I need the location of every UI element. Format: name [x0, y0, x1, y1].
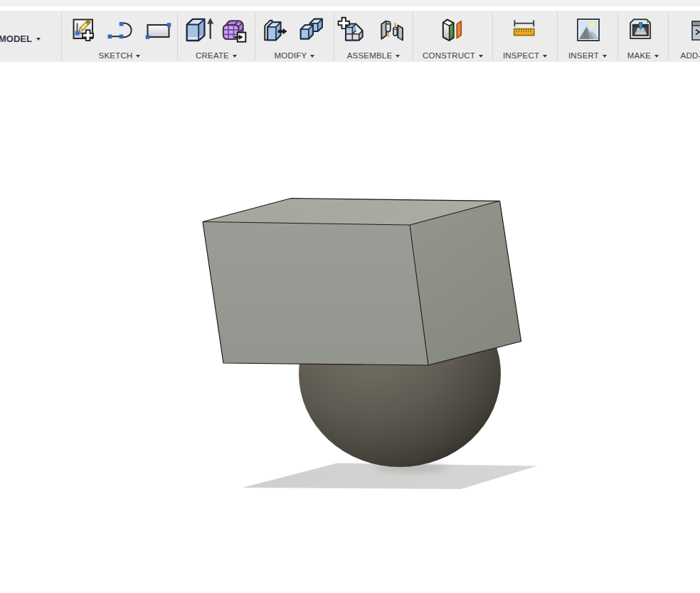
spline-icon: [105, 16, 136, 47]
box-body: [203, 199, 521, 366]
extrude-button[interactable]: [182, 16, 213, 47]
toolbar-group-sketch: SKETCH: [62, 12, 178, 61]
chevron-down-icon: [36, 38, 41, 41]
chevron-down-icon: [543, 55, 547, 58]
group-label-text: INSPECT: [503, 51, 539, 60]
form-icon: [218, 16, 249, 47]
measure-icon: [510, 16, 541, 47]
offset-plane-icon: [438, 16, 469, 47]
extrude-icon: [182, 16, 213, 47]
workspace-label: MODEL: [0, 33, 32, 44]
press-pull-button[interactable]: [261, 16, 292, 47]
insert-image-button[interactable]: [573, 16, 604, 47]
workspace-dropdown[interactable]: MODEL: [0, 33, 41, 44]
print-button[interactable]: [627, 16, 659, 47]
create-sketch-icon: [69, 16, 100, 47]
workspace-switcher-group: MODEL: [0, 12, 62, 61]
toolbar: MODEL: [0, 11, 700, 62]
group-label-construct[interactable]: CONSTRUCT: [413, 51, 492, 61]
image-icon: [573, 16, 604, 47]
viewport-canvas[interactable]: [0, 63, 700, 593]
toolbar-group-modify: MODIFY: [255, 12, 334, 61]
joint-icon: [377, 16, 408, 47]
group-label-text: MAKE: [627, 51, 651, 60]
rectangle-icon: [142, 16, 174, 47]
group-label-make[interactable]: MAKE: [618, 51, 668, 61]
chevron-down-icon: [136, 55, 140, 58]
toolbar-group-create: CREATE: [178, 12, 255, 61]
combine-icon: [297, 16, 329, 47]
group-label-text: ADD-: [681, 51, 700, 60]
scripts-addins-button[interactable]: [691, 16, 700, 47]
measure-button[interactable]: [510, 16, 541, 47]
chevron-down-icon: [603, 55, 607, 58]
group-label-assemble[interactable]: ASSEMBLE: [334, 51, 413, 61]
toolbar-group-assemble: ASSEMBLE: [334, 12, 413, 61]
titlebar-strip: [0, 0, 700, 6]
combine-button[interactable]: [297, 16, 329, 47]
terminal-icon: [691, 16, 700, 47]
chevron-down-icon: [310, 55, 314, 58]
fusion-window: MODEL: [0, 0, 700, 593]
group-label-text: CREATE: [196, 51, 229, 60]
group-label-text: INSERT: [568, 51, 599, 60]
chevron-down-icon: [233, 55, 237, 58]
printer-icon: [627, 16, 659, 47]
toolbar-group-inspect: INSPECT: [493, 12, 558, 61]
new-component-icon: [338, 16, 369, 47]
chevron-down-icon: [479, 55, 483, 58]
group-label-text: ASSEMBLE: [347, 51, 393, 60]
press-pull-icon: [261, 16, 292, 47]
scene-3d: [0, 63, 700, 593]
group-label-text: SKETCH: [99, 51, 133, 60]
joint-button[interactable]: [377, 16, 408, 47]
toolbar-group-make: MAKE: [618, 12, 669, 61]
group-label-sketch[interactable]: SKETCH: [62, 51, 177, 61]
group-label-text: CONSTRUCT: [423, 51, 475, 60]
group-label-inspect[interactable]: INSPECT: [493, 51, 557, 61]
offset-plane-button[interactable]: [438, 16, 469, 47]
chevron-down-icon: [654, 55, 659, 58]
chevron-down-icon: [396, 55, 400, 58]
spline-button[interactable]: [105, 16, 136, 47]
group-label-modify[interactable]: MODIFY: [255, 51, 334, 61]
group-label-addins[interactable]: ADD-: [669, 51, 700, 61]
group-label-insert[interactable]: INSERT: [558, 51, 617, 61]
toolbar-group-addins: ADD-: [669, 12, 700, 61]
new-component-button[interactable]: [338, 16, 369, 47]
toolbar-group-insert: INSERT: [558, 12, 618, 61]
create-form-button[interactable]: [218, 16, 249, 47]
toolbar-group-construct: CONSTRUCT: [413, 12, 493, 61]
rectangle-button[interactable]: [142, 16, 174, 47]
group-label-create[interactable]: CREATE: [178, 51, 255, 61]
create-sketch-button[interactable]: [69, 16, 100, 47]
group-label-text: MODIFY: [275, 51, 307, 60]
